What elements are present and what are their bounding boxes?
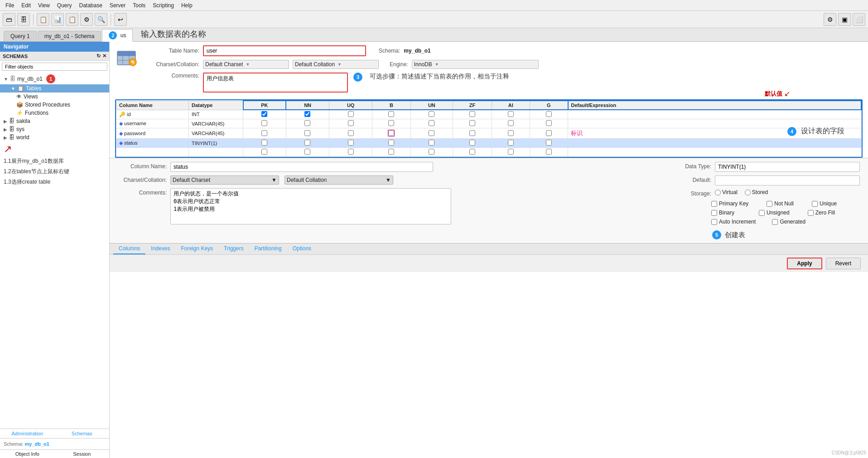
col-status-un[interactable] [410,139,453,148]
revert-button[interactable]: Revert [826,258,861,269]
check-binary[interactable]: Binary [711,210,734,216]
col-id-b[interactable] [372,110,410,119]
apply-button[interactable]: Apply [787,258,822,269]
tab-partitioning[interactable]: Partitioning [249,244,287,254]
check-not-null[interactable]: Not Null [767,200,794,207]
refresh-icon[interactable]: ↻ [96,53,101,59]
col-username-ai[interactable] [492,119,530,128]
tab-query1[interactable]: Query 1 [4,31,37,41]
col-id-un[interactable] [410,110,453,119]
col-username-pk[interactable] [243,119,286,128]
col-password-pk[interactable] [243,128,286,139]
nav-tab-schemas[interactable]: Schemas [55,429,110,438]
charset-select[interactable]: Default Charset [203,60,289,69]
menu-view[interactable]: View [34,1,53,10]
radio-stored[interactable]: Stored [745,189,768,195]
nav-tab-object-info[interactable]: Object Info [0,450,55,458]
col-password-un[interactable] [410,128,453,139]
col-status-pk[interactable] [243,139,286,148]
toolbar-btn-5[interactable]: 📋 [66,13,78,26]
col-status-ai[interactable] [492,139,530,148]
col-id-pk[interactable] [243,110,286,119]
table-row-empty[interactable] [116,148,862,157]
col-id-zf[interactable] [453,110,492,119]
toolbar-btn-7[interactable]: 🔍 [95,13,107,26]
col-username-g[interactable] [530,119,568,128]
col-username-b[interactable] [372,119,410,128]
toolbar-btn-2[interactable]: 🗄 [17,13,30,26]
toolbar-btn-8[interactable]: ↩ [114,13,127,26]
col-password-g[interactable] [530,128,568,139]
tab-schema[interactable]: my_db_o1 - Schema [38,31,101,41]
col-password-uq[interactable] [329,128,372,139]
toolbar-view2-btn[interactable]: ⬜ [853,13,865,26]
nav-tab-session[interactable]: Session [55,450,110,458]
collation-select[interactable]: Default Collation [293,60,379,69]
detail-datatype-input[interactable] [715,162,860,172]
check-auto-increment[interactable]: Auto Increment [711,219,756,225]
col-status-zf[interactable] [453,139,492,148]
col-username-un[interactable] [410,119,453,128]
col-status-nn[interactable] [286,139,329,148]
menu-edit[interactable]: Edit [18,1,34,10]
table-row[interactable]: ◆ username VARCHAR(45) [116,119,862,128]
tab-user-table[interactable]: 2 us [102,29,133,42]
col-id-ai[interactable] [492,110,530,119]
table-row[interactable]: 🔑 id INT [116,110,862,119]
tree-item-world[interactable]: ▶ 🗄 world [0,133,109,141]
menu-scripting[interactable]: Scripting [149,1,178,10]
schema-info-value[interactable]: my_db_o1 [24,441,49,447]
tab-options[interactable]: Options [287,244,317,254]
comments-textarea[interactable]: 用户信息表 [203,73,348,93]
filter-input[interactable] [2,63,107,71]
table-row[interactable]: ◆ status TINYINT(1) [116,139,862,148]
detail-charset-select[interactable]: Default Charset ▼ [170,175,279,185]
col-password-zf[interactable] [453,128,492,139]
check-generated[interactable]: Generated [772,219,805,225]
toolbar-btn-4[interactable]: 📊 [51,13,64,26]
col-password-nn[interactable] [286,128,329,139]
engine-select[interactable]: InnoDB [412,60,539,69]
tab-indexes[interactable]: Indexes [145,244,175,254]
col-username-uq[interactable] [329,119,372,128]
col-id-nn[interactable] [286,110,329,119]
detail-col-name-input[interactable] [170,162,433,172]
col-password-ai[interactable] [492,128,530,139]
table-row[interactable]: ◆ password VARCHAR(45) [116,128,862,139]
tab-triggers[interactable]: Triggers [218,244,249,254]
menu-server[interactable]: Server [106,1,129,10]
col-status-g[interactable] [530,139,568,148]
tree-item-sakila[interactable]: ▶ 🗄 sakila [0,117,109,125]
toolbar-btn-3[interactable]: 📋 [37,13,49,26]
tab-columns[interactable]: Columns [113,244,145,254]
tree-item-views[interactable]: 👁 Views [0,93,109,101]
toolbar-settings-btn[interactable]: ⚙ [824,13,836,26]
tree-item-functions[interactable]: ⚡ Functions [0,109,109,117]
toolbar-btn-1[interactable]: 🗃 [3,13,15,26]
col-username-zf[interactable] [453,119,492,128]
tree-item-stored-procs[interactable]: 📦 Stored Procedures [0,101,109,109]
menu-tools[interactable]: Tools [129,1,149,10]
tree-item-sys[interactable]: ▶ 🗄 sys [0,125,109,133]
menu-help[interactable]: Help [178,1,196,10]
table-name-input[interactable] [203,45,366,56]
check-primary-key[interactable]: Primary Key [711,200,748,207]
close-nav-icon[interactable]: ✕ [102,53,106,59]
detail-default-input[interactable] [715,175,860,185]
detail-comments-textarea[interactable]: 用户的状态，是一个布尔值 0表示用户状态正常 1表示用户被禁用 [170,188,451,224]
toolbar-view-btn[interactable]: ▣ [838,13,851,26]
menu-database[interactable]: Database [76,1,106,10]
col-username-nn[interactable] [286,119,329,128]
menu-file[interactable]: File [2,1,18,10]
menu-query[interactable]: Query [53,1,76,10]
col-id-uq[interactable] [329,110,372,119]
check-unique[interactable]: Unique [812,200,837,207]
tree-item-tables[interactable]: ▼ 📋 Tables [0,84,109,93]
check-zero-fill[interactable]: Zero Fill [808,210,835,216]
toolbar-btn-6[interactable]: ⚙ [80,13,93,26]
col-status-b[interactable] [372,139,410,148]
check-unsigned[interactable]: Unsigned [759,210,790,216]
col-password-b[interactable] [372,128,410,139]
col-status-uq[interactable] [329,139,372,148]
tree-item-my_db_o1[interactable]: ▼ 🗄 my_db_o1 1 [0,73,109,84]
